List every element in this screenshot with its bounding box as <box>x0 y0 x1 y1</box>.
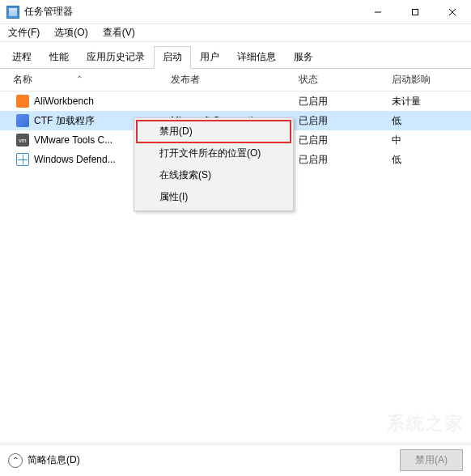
tab-users[interactable]: 用户 <box>191 46 228 69</box>
tab-startup[interactable]: 启动 <box>154 46 191 69</box>
app-icon-ctf <box>16 114 29 127</box>
row-name: AliWorkbench <box>34 96 171 107</box>
window-controls <box>359 0 471 24</box>
column-name[interactable]: 名称 ⌃ <box>5 73 171 87</box>
maximize-button[interactable] <box>397 0 434 24</box>
app-icon-defender <box>16 153 29 166</box>
row-status: 已启用 <box>299 153 392 167</box>
tab-services[interactable]: 服务 <box>285 46 322 69</box>
tab-details[interactable]: 详细信息 <box>228 46 285 69</box>
row-status: 已启用 <box>299 114 392 128</box>
tab-performance[interactable]: 性能 <box>40 46 78 69</box>
watermark: 系统之家 <box>387 411 465 436</box>
close-button[interactable] <box>434 0 471 24</box>
detail-toggle[interactable]: ⌃ 简略信息(D) <box>8 453 80 468</box>
detail-toggle-label: 简略信息(D) <box>28 453 80 467</box>
menubar: 文件(F) 选项(O) 查看(V) <box>0 24 471 42</box>
column-impact[interactable]: 启动影响 <box>392 73 466 87</box>
disable-button[interactable]: 禁用(A) <box>400 449 463 471</box>
titlebar: 任务管理器 <box>0 0 471 24</box>
tab-strip: 进程 性能 应用历史记录 启动 用户 详细信息 服务 <box>0 42 471 69</box>
row-impact: 低 <box>392 114 466 128</box>
ctx-disable[interactable]: 禁用(D) <box>137 121 291 142</box>
minimize-button[interactable] <box>359 0 397 24</box>
row-impact: 中 <box>392 134 466 147</box>
ctx-open-location[interactable]: 打开文件所在的位置(O) <box>137 142 291 164</box>
chevron-up-icon: ⌃ <box>8 453 23 468</box>
app-icon-ali <box>16 95 29 108</box>
ctx-search-online[interactable]: 在线搜索(S) <box>137 164 291 186</box>
svg-rect-1 <box>413 9 418 15</box>
row-status: 已启用 <box>299 95 392 108</box>
sort-arrow-icon: ⌃ <box>76 74 83 83</box>
row-status: 已启用 <box>299 134 392 147</box>
column-publisher[interactable]: 发布者 <box>171 73 299 87</box>
menu-file[interactable]: 文件(F) <box>5 24 43 41</box>
app-icon-vmware <box>16 134 29 147</box>
window-title: 任务管理器 <box>24 5 359 19</box>
table-row[interactable]: AliWorkbench 已启用 未计量 <box>0 91 471 111</box>
column-headers: 名称 ⌃ 发布者 状态 启动影响 <box>0 69 471 91</box>
tab-processes[interactable]: 进程 <box>3 46 40 69</box>
column-status[interactable]: 状态 <box>299 73 392 87</box>
menu-options[interactable]: 选项(O) <box>51 24 91 41</box>
app-icon <box>6 6 19 19</box>
row-impact: 未计量 <box>392 95 466 108</box>
column-name-label: 名称 <box>13 74 32 85</box>
tab-app-history[interactable]: 应用历史记录 <box>78 46 154 69</box>
context-menu: 禁用(D) 打开文件所在的位置(O) 在线搜索(S) 属性(I) <box>134 117 294 211</box>
menu-view[interactable]: 查看(V) <box>100 24 138 41</box>
ctx-properties[interactable]: 属性(I) <box>137 186 291 208</box>
statusbar: ⌃ 简略信息(D) 禁用(A) <box>0 444 471 476</box>
row-impact: 低 <box>392 153 466 167</box>
